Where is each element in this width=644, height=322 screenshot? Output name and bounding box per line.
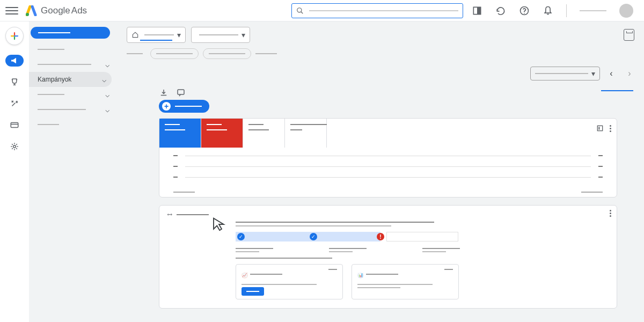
campaign-selector[interactable]: ▾ [191,27,250,43]
more-icon[interactable] [610,210,611,217]
sidebar-item-label: Kampányok [38,76,71,83]
recommendation-tile[interactable]: 📈 [236,264,343,299]
cursor-icon [211,216,227,232]
step-label [236,248,273,252]
trophy-icon [10,77,19,87]
next-period-button[interactable]: › [623,67,636,80]
svg-rect-6 [11,123,18,128]
check-icon: ✓ [237,233,245,240]
chevron-down-icon: ⌵ [105,90,109,99]
caret-down-icon: ▾ [591,69,595,78]
svg-point-1 [297,8,302,12]
chevron-down-icon: ⌵ [105,60,109,69]
svg-rect-8 [178,90,184,94]
error-icon: ! [377,233,384,240]
reco-headline [236,222,434,223]
logo[interactable]: GoogleAds [26,5,87,16]
filter-label [127,53,143,54]
svg-point-7 [13,145,16,148]
sidebar: ⌵ Kampányok⌵ ⌵ ⌵ [29,21,115,322]
search-input[interactable] [291,3,463,18]
performance-card [159,118,617,197]
step-label [329,248,367,252]
account-label [580,10,606,11]
notifications-icon[interactable] [543,5,553,16]
filter-trailing-label [255,53,277,54]
trend-icon: 📈 [241,272,248,279]
save-view-button[interactable] [624,29,634,41]
reco-subhead [236,225,391,226]
more-icon[interactable] [610,125,611,132]
new-campaign-button[interactable]: + [159,100,209,113]
filter-chip[interactable] [203,48,251,59]
section-subheader [236,258,332,259]
chart-icon: 📊 [357,272,364,279]
svg-rect-10 [598,127,599,129]
prev-period-button[interactable]: ‹ [604,67,618,80]
recommendation-tile[interactable]: 📊 [352,264,459,299]
sidebar-item-change[interactable] [29,117,115,132]
sidebar-item-audiences[interactable]: ⌵ [29,102,115,117]
sidebar-item-assets[interactable]: ⌵ [29,87,115,102]
icon-rail [0,21,29,322]
home-icon [131,31,139,39]
chevron-down-icon: ⌵ [105,105,109,114]
card-title: ⤢ [167,211,609,218]
date-range-selector[interactable]: ▾ [530,67,600,80]
plus-multicolor-icon [10,31,19,41]
sidebar-item-campaigns[interactable]: Kampányok⌵ [29,72,112,87]
google-ads-logo-icon [26,5,38,16]
card-icon [10,120,19,130]
search-icon [296,7,304,14]
apply-button[interactable] [241,287,264,296]
link-icon: ⤢ [165,210,174,219]
x-axis-end [581,192,603,193]
progress-tracker: ✓ ✓ ! [236,232,609,241]
sidebar-item-overview[interactable] [29,42,115,57]
recommendations-card: ⤢ ✓ ✓ ! 📈 [159,205,617,309]
tools-icon [10,99,19,108]
metric-tile[interactable] [243,119,285,148]
feedback-icon[interactable] [176,88,186,98]
rail-create-button[interactable] [5,27,24,45]
expand-icon[interactable] [596,124,604,133]
sidebar-create-button[interactable] [31,27,110,39]
megaphone-icon [10,56,19,65]
svg-rect-3 [477,7,481,14]
rail-tools[interactable] [5,98,24,109]
appearance-icon[interactable] [472,5,482,16]
svg-rect-9 [597,126,602,130]
check-icon: ✓ [310,233,317,240]
chevron-down-icon: ⌵ [102,75,106,84]
svg-point-5 [524,13,525,14]
caret-down-icon: ▾ [241,31,245,39]
help-icon[interactable] [519,5,530,16]
rail-billing[interactable] [5,119,24,131]
account-selector[interactable]: ▾ [127,27,186,43]
svg-point-0 [26,13,29,16]
plus-icon: + [162,102,171,111]
metric-tile[interactable] [285,119,327,148]
menu-button[interactable] [5,4,18,17]
avatar[interactable] [619,4,633,18]
active-tab-indicator [601,90,633,91]
metric-tile[interactable] [159,119,201,148]
rail-admin[interactable] [5,141,24,152]
step-label [422,248,460,252]
metric-tile[interactable] [201,119,243,148]
rail-campaigns[interactable] [5,55,24,67]
sidebar-item-insights[interactable]: ⌵ [29,57,115,72]
caret-down-icon: ▾ [177,31,181,39]
refresh-icon[interactable] [495,5,506,16]
x-axis-start [173,192,195,193]
rail-goals[interactable] [5,76,24,88]
filter-chip[interactable] [150,48,199,59]
download-icon[interactable] [159,88,169,98]
gear-icon [10,142,19,151]
